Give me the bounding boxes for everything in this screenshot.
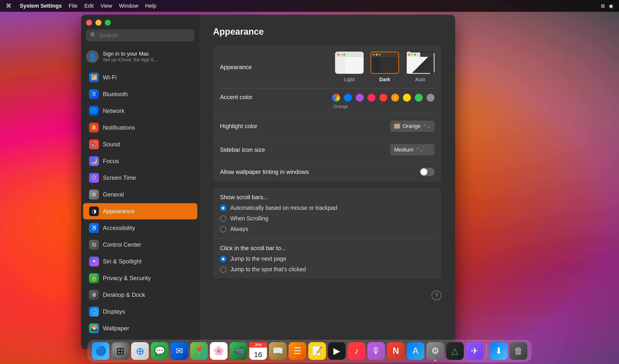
sidebar-item-accessibility[interactable]: ♿ Accessibility <box>83 220 197 236</box>
dock-podcasts[interactable]: 🎙 <box>367 342 385 360</box>
dock-mail[interactable]: ✉ <box>170 342 188 360</box>
sidebar-item-general[interactable]: ⚙ General <box>83 186 197 203</box>
click-scroll-label: Click in the scroll bar to... <box>220 245 286 252</box>
sidebar-icon-size-row: Sidebar icon size Medium ⌃⌄ <box>213 138 441 162</box>
accent-pink[interactable] <box>368 94 375 102</box>
highlight-color-swatch <box>394 124 400 129</box>
dock-reminders[interactable]: ☰ <box>289 342 306 360</box>
dock-downloads[interactable]: ⬇ <box>490 342 508 360</box>
dock-altool[interactable]: △ <box>446 342 464 360</box>
sidebar-item-desktop[interactable]: 🖥 Desktop & Dock <box>83 287 197 303</box>
sidebar-item-appearance[interactable]: ◑ Appearance <box>83 203 197 219</box>
dock-safari[interactable]: ⊕ <box>131 342 149 360</box>
accent-multicolor[interactable] <box>332 94 340 102</box>
menubar-window[interactable]: Window <box>116 3 142 9</box>
dock-launchpad[interactable]: ⊞ <box>111 342 129 360</box>
appearance-label: Appearance <box>220 64 335 71</box>
click-spot-radio[interactable] <box>220 266 226 273</box>
sidebar-label-privacy: Privacy & Security <box>103 275 151 282</box>
close-button[interactable] <box>86 20 92 26</box>
sidebar-item-wifi[interactable]: 📶 Wi-Fi <box>83 69 197 86</box>
dock-divider <box>486 344 487 358</box>
dock-messages[interactable]: 💬 <box>151 342 169 360</box>
menubar-help[interactable]: Help <box>142 3 160 9</box>
dock-trash[interactable]: 🗑 <box>510 342 527 360</box>
theme-light-option[interactable]: Light <box>335 52 364 82</box>
theme-light-label: Light <box>344 77 355 82</box>
search-input[interactable] <box>99 32 190 39</box>
dock-facetime[interactable]: 📹 <box>230 342 247 360</box>
dock-twitter[interactable]: ✈ <box>466 342 483 360</box>
sidebar-label-wallpaper: Wallpaper <box>103 325 129 332</box>
siri-icon[interactable]: ◉ <box>609 3 613 9</box>
sidebar-item-privacy[interactable]: 🔒 Privacy & Security <box>83 270 197 286</box>
bluetooth-icon: 𝔹 <box>89 89 99 99</box>
accent-green[interactable] <box>415 94 423 102</box>
dock-notes2[interactable]: 📖 <box>269 342 287 360</box>
sidebar-item-siri[interactable]: ✦ Siri & Spotlight <box>83 253 197 270</box>
dock-system-settings[interactable]: ⚙ <box>426 342 444 360</box>
sidebar-item-network[interactable]: 🌐 Network <box>83 103 197 119</box>
sidebar-icon-size-dropdown[interactable]: Medium ⌃⌄ <box>390 144 434 155</box>
sidebar-item-screentime[interactable]: ⏱ Screen Time <box>83 170 197 186</box>
accent-selected-label: Orange <box>333 104 348 109</box>
help-button[interactable]: ? <box>432 290 441 300</box>
wallpaper-tinting-toggle[interactable] <box>420 168 434 176</box>
appearance-theme-row: Appearance <box>213 46 441 89</box>
control-center-icon[interactable]: ⊞ <box>601 3 605 9</box>
sidebar-item-sound[interactable]: 🔊 Sound <box>83 136 197 152</box>
menubar-view[interactable]: View <box>97 3 116 9</box>
privacy-icon: 🔒 <box>89 273 99 283</box>
sidebar-account[interactable]: 👤 Sign in to your Mac Set up iCloud, the… <box>81 46 199 67</box>
menubar-system-settings[interactable]: System Settings <box>16 3 65 9</box>
dock-music[interactable]: ♪ <box>348 342 365 360</box>
highlight-color-dropdown[interactable]: Orange ⌃⌄ <box>390 121 434 132</box>
accent-color-row-circles <box>332 94 434 102</box>
scroll-auto-radio[interactable] <box>220 205 226 211</box>
sidebar-item-notifications[interactable]: 🔔 Notifications <box>83 120 197 136</box>
dock-notes[interactable]: 📝 <box>308 342 326 360</box>
highlight-color-value: Orange <box>402 123 420 129</box>
click-next-radio[interactable] <box>220 256 226 262</box>
dock-appstore[interactable]: A <box>407 342 424 360</box>
appearance-icon: ◑ <box>89 206 99 216</box>
toggle-knob <box>420 168 427 175</box>
dock-photos[interactable]: 🌸 <box>210 342 228 360</box>
dock-news[interactable]: N <box>387 342 405 360</box>
sidebar-item-wallpaper[interactable]: 🌄 Wallpaper <box>83 320 197 336</box>
preview-dot-green <box>343 54 345 56</box>
accent-purple[interactable] <box>356 94 364 102</box>
menubar-edit[interactable]: Edit <box>81 3 97 9</box>
accent-yellow[interactable] <box>403 94 411 102</box>
dock-finder[interactable]: 🔵 <box>92 342 109 360</box>
dock-calendar[interactable]: JUN 16 <box>249 342 267 360</box>
maximize-button[interactable] <box>105 20 111 26</box>
scroll-scrolling-option[interactable]: When Scrolling <box>220 215 337 222</box>
chevron-updown-icon: ⌃⌄ <box>423 123 430 129</box>
theme-auto-option[interactable]: Auto <box>406 52 434 82</box>
accent-red[interactable] <box>379 94 387 102</box>
accent-graphite[interactable] <box>427 94 434 102</box>
accent-orange[interactable] <box>391 94 399 102</box>
sidebar-item-bluetooth[interactable]: 𝔹 Bluetooth <box>83 86 197 102</box>
scroll-always-option[interactable]: Always <box>220 226 337 232</box>
apple-menu-icon[interactable]: ⌘ <box>6 3 11 9</box>
scroll-always-radio[interactable] <box>220 226 226 232</box>
twitter-icon: ✈ <box>471 346 478 356</box>
theme-dark-option[interactable]: Dark <box>371 52 399 82</box>
sidebar-item-focus[interactable]: 🌙 Focus <box>83 153 197 169</box>
scroll-auto-option[interactable]: Automatically based on mouse or trackpad <box>220 205 337 211</box>
dock-maps[interactable]: 📍 <box>190 342 208 360</box>
click-next-option[interactable]: Jump to the next page <box>220 256 306 262</box>
sidebar-item-controlcenter[interactable]: ⊟ Control Center <box>83 237 197 253</box>
menubar-file[interactable]: File <box>65 3 81 9</box>
click-spot-option[interactable]: Jump to the spot that's clicked <box>220 266 306 273</box>
click-scroll-options: Jump to the next page Jump to the spot t… <box>220 256 306 273</box>
sidebar-item-displays[interactable]: 🖵 Displays <box>83 303 197 320</box>
search-box[interactable]: 🔍 <box>86 30 194 41</box>
dock-appletv[interactable]: ▶ <box>328 342 346 360</box>
accent-blue[interactable] <box>344 94 352 102</box>
minimize-button[interactable] <box>95 20 101 26</box>
safari-icon: ⊕ <box>136 345 144 357</box>
scroll-scrolling-radio[interactable] <box>220 215 226 222</box>
